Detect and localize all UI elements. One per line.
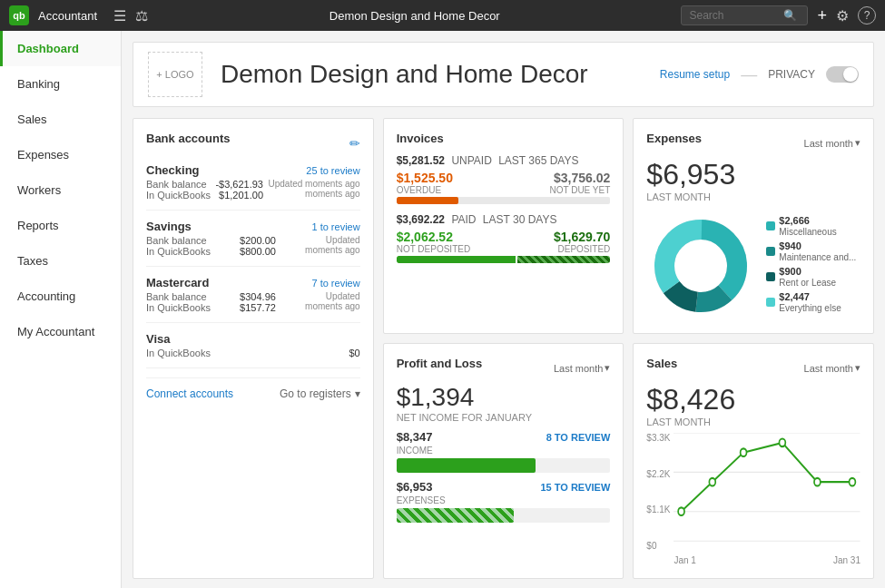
sales-amount: $8,426 (646, 383, 860, 416)
expenses-legend: $2,666 Miscellaneous $940 Maintenance an… (766, 215, 856, 317)
bank-accounts-card: Bank accounts ✏ Checking 25 to review Ba… (133, 118, 374, 579)
gear-icon[interactable]: ⚙ (836, 7, 849, 24)
go-to-registers-btn[interactable]: Go to registers ▾ (280, 387, 360, 400)
expenses-bar (397, 508, 611, 523)
notdue-amount: $3,756.02 (549, 171, 610, 185)
app-name: Accountant (38, 9, 97, 23)
unpaid-summary: $5,281.52 UNPAID LAST 365 DAYS (397, 154, 611, 167)
overdue-progress (397, 197, 611, 204)
profit-loss-card: Profit and Loss Last month ▾ $1,394 NET … (383, 343, 624, 579)
expenses-amount: $6,953 (646, 158, 860, 191)
sales-line-chart (674, 433, 860, 551)
paid-summary: $3,692.22 PAID LAST 30 DAYS (397, 213, 611, 226)
sales-period-label: LAST MONTH (646, 416, 860, 427)
sidebar-item-banking[interactable]: Banking (0, 66, 121, 102)
pnl-income-row: $8,347 8 TO REVIEW INCOME (397, 430, 611, 473)
resume-setup-link[interactable]: Resume setup (660, 68, 730, 81)
sidebar-item-dashboard[interactable]: Dashboard (0, 31, 121, 66)
expenses-header: Expenses Last month ▾ (646, 132, 860, 154)
add-icon[interactable]: + (817, 6, 827, 25)
bank-account-visa: Visa In QuickBooks $0 (146, 332, 360, 368)
sales-title: Sales (646, 357, 677, 370)
chevron-down-icon: ▾ (355, 387, 360, 400)
income-bar (397, 458, 611, 473)
overdue-row: $1,525.50 OVERDUE $3,756.02 NOT DUE YET (397, 171, 611, 195)
overdue-amount: $1,525.50 (397, 171, 453, 185)
expenses-review-link[interactable]: 15 TO REVIEW (541, 482, 611, 493)
expenses-period-label: LAST MONTH (646, 191, 860, 202)
logo-upload[interactable]: + LOGO (148, 52, 202, 97)
expenses-chart-section: $2,666 Miscellaneous $940 Maintenance an… (646, 211, 860, 320)
bank-accounts-title: Bank accounts (146, 132, 230, 145)
sidebar-item-reports[interactable]: Reports (0, 208, 121, 243)
sidebar-item-accounting[interactable]: Accounting (0, 279, 121, 314)
deposited-progress (397, 256, 611, 263)
svg-point-10 (679, 507, 685, 515)
sales-header: Sales Last month ▾ (646, 357, 860, 379)
app-container: Dashboard Banking Sales Expenses Workers… (0, 31, 885, 588)
main-content: + LOGO Demon Design and Home Decor Resum… (122, 31, 885, 588)
invoices-card: Invoices $5,281.52 UNPAID LAST 365 DAYS … (383, 118, 624, 334)
header-right: Resume setup — PRIVACY (660, 65, 859, 84)
edit-icon[interactable]: ✏ (349, 136, 360, 151)
checking-review-link[interactable]: 25 to review (306, 165, 359, 176)
search-icon: 🔍 (783, 9, 797, 22)
help-icon[interactable]: ? (858, 6, 876, 24)
deposited-amount: $1,629.70 (554, 230, 610, 244)
bank-card-header: Bank accounts ✏ (146, 132, 360, 154)
svg-point-5 (675, 240, 726, 291)
privacy-toggle[interactable] (826, 66, 859, 83)
donut-chart (646, 211, 755, 320)
income-review-link[interactable]: 8 TO REVIEW (546, 432, 611, 443)
briefcase-icon[interactable]: ⚖ (135, 7, 148, 24)
top-navigation: qb Accountant ☰ ⚖ Demon Design and Home … (0, 0, 885, 31)
search-input[interactable] (689, 9, 780, 22)
legend-rent: $900 Rent or Lease (766, 266, 856, 288)
sidebar-item-myaccountant[interactable]: My Accountant (0, 314, 121, 349)
expenses-title: Expenses (646, 132, 702, 145)
company-title: Demon Design and Home Decor (157, 9, 672, 23)
legend-maintenance: $940 Maintenance and... (766, 240, 856, 262)
mastercard-review-link[interactable]: 7 to review (311, 278, 359, 289)
bank-footer: Connect accounts Go to registers ▾ (146, 377, 360, 400)
svg-point-12 (741, 448, 747, 456)
pnl-net-income-label: NET INCOME FOR JANUARY (397, 412, 611, 423)
bank-account-mastercard: Mastercard 7 to review Bank balance In Q… (146, 276, 360, 323)
svg-point-13 (780, 439, 786, 447)
sales-period-btn[interactable]: Last month ▾ (804, 362, 860, 374)
company-name: Demon Design and Home Decor (221, 60, 660, 89)
expenses-card: Expenses Last month ▾ $6,953 LAST MONTH (633, 118, 874, 334)
savings-review-link[interactable]: 1 to review (311, 221, 359, 232)
connect-accounts-link[interactable]: Connect accounts (146, 387, 233, 400)
pnl-period-btn[interactable]: Last month ▾ (554, 362, 610, 374)
menu-icon[interactable]: ☰ (113, 7, 126, 24)
legend-miscellaneous: $2,666 Miscellaneous (766, 215, 856, 237)
dashboard-header: + LOGO Demon Design and Home Decor Resum… (133, 42, 874, 107)
pnl-title: Profit and Loss (397, 357, 483, 370)
sales-card: Sales Last month ▾ $8,426 LAST MONTH $3.… (633, 343, 874, 579)
sales-chart-area: $3.3K $2.2K $1.1K $0 (646, 433, 860, 565)
search-bar[interactable]: 🔍 (681, 5, 808, 25)
overdue-progress-fill (397, 197, 458, 204)
sidebar-item-expenses[interactable]: Expenses (0, 137, 121, 172)
cards-grid: Invoices $5,281.52 UNPAID LAST 365 DAYS … (133, 118, 874, 579)
legend-everything-else: $2,447 Everything else (766, 291, 856, 313)
bank-account-savings: Savings 1 to review Bank balance In Quic… (146, 220, 360, 267)
bank-account-checking: Checking 25 to review Bank balance In Qu… (146, 163, 360, 211)
chevron-down-icon: ▾ (855, 137, 860, 149)
chevron-down-icon: ▾ (855, 362, 860, 374)
pnl-expenses-row: $6,953 15 TO REVIEW EXPENSES (397, 480, 611, 523)
sidebar-item-taxes[interactable]: Taxes (0, 243, 121, 279)
qb-logo: qb (9, 5, 29, 25)
pnl-header: Profit and Loss Last month ▾ (397, 357, 611, 379)
toggle-knob (843, 67, 858, 82)
sidebar: Dashboard Banking Sales Expenses Workers… (0, 31, 122, 588)
chevron-down-icon: ▾ (605, 362, 610, 374)
expenses-period-btn[interactable]: Last month ▾ (804, 137, 860, 149)
not-deposited-amount: $2,062.52 (397, 230, 471, 244)
pnl-amount: $1,394 (397, 383, 611, 412)
sidebar-item-workers[interactable]: Workers (0, 172, 121, 208)
sidebar-item-sales[interactable]: Sales (0, 102, 121, 137)
privacy-label: PRIVACY (768, 68, 815, 81)
svg-point-11 (710, 478, 716, 486)
